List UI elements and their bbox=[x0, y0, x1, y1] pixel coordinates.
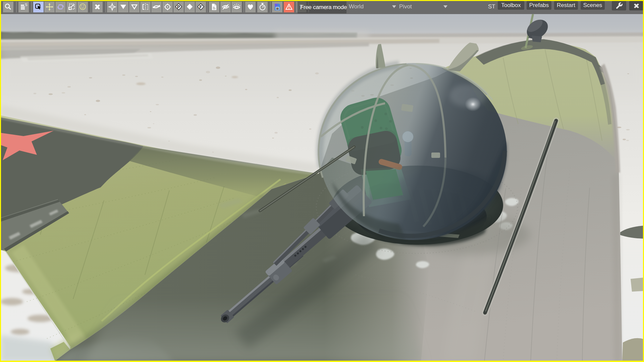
svg-text:P: P bbox=[177, 5, 180, 9]
svg-text:S: S bbox=[25, 3, 27, 7]
svg-text:F: F bbox=[200, 5, 202, 9]
